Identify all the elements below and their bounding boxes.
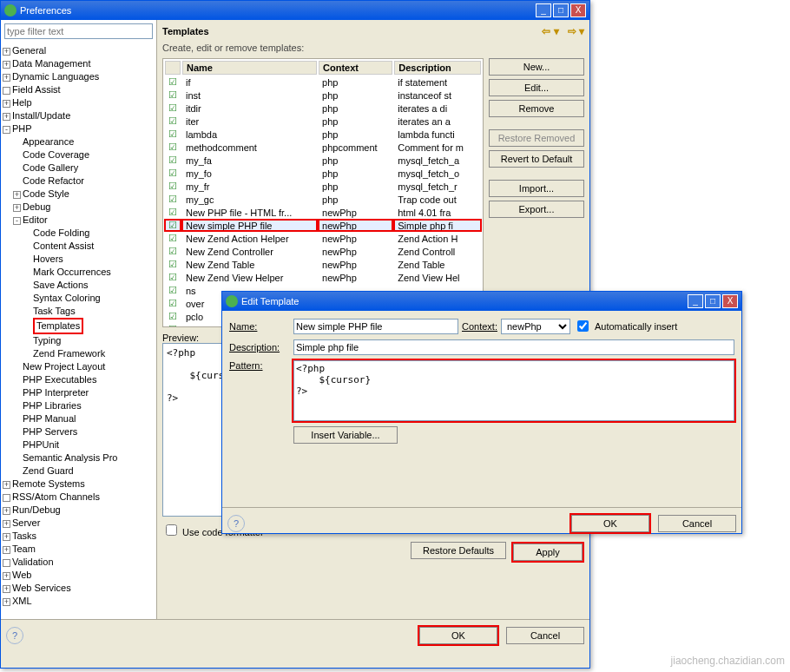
tree-node[interactable]: +Web xyxy=(1,569,156,582)
desc-input[interactable] xyxy=(293,339,734,355)
tree-node[interactable]: Zend Framework xyxy=(1,347,156,360)
pane-title: Templates xyxy=(162,26,209,36)
remove-button[interactable]: Remove xyxy=(489,100,584,117)
table-row[interactable]: ☑New Zend ControllernewPhpZend Controll xyxy=(165,246,481,257)
tree-node[interactable]: +Run/Debug xyxy=(1,504,156,517)
minimize-button[interactable]: _ xyxy=(688,294,703,308)
help-icon[interactable]: ? xyxy=(6,627,23,644)
dialog-cancel-button[interactable]: Cancel xyxy=(658,515,736,532)
tree-node[interactable]: Syntax Coloring xyxy=(1,292,156,305)
pattern-label: Pattern: xyxy=(229,360,290,371)
preferences-titlebar[interactable]: Preferences _ □ X xyxy=(1,1,589,20)
ok-button[interactable]: OK xyxy=(419,627,497,644)
import-button[interactable]: Import... xyxy=(489,180,584,197)
nav-arrows[interactable]: ⇦ ▾ ⇨ ▾ xyxy=(542,25,584,37)
tree-node[interactable]: PHP Manual xyxy=(1,412,156,425)
tree-node[interactable]: -Editor xyxy=(1,214,156,227)
apply-button[interactable]: Apply xyxy=(513,544,583,561)
tree-node[interactable]: +General xyxy=(1,44,156,57)
table-row[interactable]: ☑New PHP file - HTML fr...newPhphtml 4.0… xyxy=(165,207,481,218)
table-row[interactable]: ☑New Zend TablenewPhpZend Table xyxy=(165,259,481,270)
close-button[interactable]: X xyxy=(570,3,586,17)
tree-node[interactable]: +Help xyxy=(1,96,156,109)
tree-node[interactable]: Typing xyxy=(1,334,156,347)
table-row[interactable]: ☑New Zend Action HelpernewPhpZend Action… xyxy=(165,233,481,244)
filter-input[interactable] xyxy=(4,23,153,39)
minimize-button[interactable]: _ xyxy=(536,3,551,17)
revert-button[interactable]: Revert to Default xyxy=(489,150,584,168)
table-row[interactable]: ☑lambdaphplambda functi xyxy=(165,128,481,140)
new-button[interactable]: New... xyxy=(489,58,584,76)
tree-node[interactable]: +Debug xyxy=(1,201,156,214)
tree-node[interactable]: Content Assist xyxy=(1,240,156,253)
insert-variable-button[interactable]: Insert Variable... xyxy=(293,426,398,444)
table-row[interactable]: ☑my_gcphpTrap code out xyxy=(165,194,481,205)
tree-node[interactable]: +Team xyxy=(1,543,156,556)
tree-node[interactable]: Zend Guard xyxy=(1,464,156,478)
tree-node[interactable]: +Dynamic Languages xyxy=(1,70,156,83)
table-row[interactable]: ☑my_faphpmysql_fetch_a xyxy=(165,155,481,166)
tree-node[interactable]: +Server xyxy=(1,517,156,530)
tree-node[interactable]: +Web Services xyxy=(1,582,156,595)
tree-node[interactable]: Code Coverage xyxy=(1,148,156,161)
tree-node[interactable]: Appearance xyxy=(1,135,156,148)
tree-node[interactable]: +Tasks xyxy=(1,530,156,543)
tree-node[interactable]: Code Refactor xyxy=(1,175,156,188)
nav-tree[interactable]: +General+Data Management+Dynamic Languag… xyxy=(1,43,156,619)
tree-node[interactable]: Field Assist xyxy=(1,83,156,96)
tree-node[interactable]: +Remote Systems xyxy=(1,478,156,491)
cancel-button[interactable]: Cancel xyxy=(506,627,584,644)
table-row[interactable]: ☑my_fophpmysql_fetch_o xyxy=(165,168,481,179)
restore-defaults-button[interactable]: Restore Defaults xyxy=(411,542,506,559)
tree-node[interactable]: -PHP xyxy=(1,122,156,135)
help-icon[interactable]: ? xyxy=(227,515,245,532)
close-button[interactable]: X xyxy=(722,294,738,308)
table-row[interactable]: ☑methodcommentphpcommentComment for m xyxy=(165,142,481,153)
tree-node[interactable]: Semantic Analysis Pro xyxy=(1,451,156,464)
tree-node[interactable]: +XML xyxy=(1,595,156,608)
table-row[interactable]: ☑my_frphpmysql_fetch_r xyxy=(165,181,481,192)
table-row[interactable]: ☑iterphpiterates an a xyxy=(165,115,481,127)
tree-node[interactable]: +Install/Update xyxy=(1,109,156,122)
auto-insert-label: Automatically insert xyxy=(595,321,677,332)
tree-node[interactable]: +Code Style xyxy=(1,188,156,201)
desc-label: Description: xyxy=(229,342,290,352)
dialog-ok-button[interactable]: OK xyxy=(571,515,649,532)
tree-node[interactable]: PHP Servers xyxy=(1,425,156,438)
use-formatter-checkbox[interactable] xyxy=(166,524,177,536)
tree-node[interactable]: Validation xyxy=(1,556,156,569)
tree-node[interactable]: PHP Executables xyxy=(1,373,156,386)
tree-node[interactable]: Hovers xyxy=(1,253,156,266)
table-row[interactable]: ☑ifphpif statement xyxy=(165,76,481,88)
tree-node[interactable]: Code Folding xyxy=(1,227,156,240)
tree-node[interactable]: +Data Management xyxy=(1,57,156,70)
export-button[interactable]: Export... xyxy=(489,201,584,218)
context-select[interactable]: newPhp xyxy=(501,319,570,334)
preview-label: Preview: xyxy=(162,333,199,343)
restore-removed-button[interactable]: Restore Removed xyxy=(489,129,584,147)
tree-node[interactable]: New Project Layout xyxy=(1,360,156,373)
dialog-titlebar[interactable]: Edit Template _ □ X xyxy=(222,292,741,311)
tree-node[interactable]: PHP Interpreter xyxy=(1,386,156,399)
table-row[interactable]: ☑New Zend View HelpernewPhpZend View Hel xyxy=(165,272,481,283)
table-row[interactable]: ☑instphpinstanceof st xyxy=(165,89,481,101)
table-row[interactable]: ☑itdirphpiterates a di xyxy=(165,102,481,114)
pattern-input[interactable]: <?php ${cursor} ?> xyxy=(293,360,734,421)
tree-node[interactable]: PHPUnit xyxy=(1,438,156,451)
tree-node[interactable]: Task Tags xyxy=(1,305,156,318)
tree-node[interactable]: Mark Occurrences xyxy=(1,266,156,279)
name-input[interactable] xyxy=(293,319,458,334)
app-icon xyxy=(4,4,16,16)
maximize-button[interactable]: □ xyxy=(705,294,721,308)
maximize-button[interactable]: □ xyxy=(553,3,569,17)
auto-insert-checkbox[interactable] xyxy=(577,320,589,332)
templates-table[interactable]: NameContextDescription☑ifphpif statement… xyxy=(163,59,483,327)
tree-node[interactable]: Save Actions xyxy=(1,279,156,292)
edit-button[interactable]: Edit... xyxy=(489,79,584,96)
tree-node[interactable]: RSS/Atom Channels xyxy=(1,491,156,504)
table-row[interactable]: ☑New simple PHP filenewPhpSimple php fi xyxy=(165,220,481,231)
tree-node[interactable]: PHP Libraries xyxy=(1,399,156,412)
dialog-bottom-bar: ? OK Cancel xyxy=(222,507,741,539)
tree-node[interactable]: Code Gallery xyxy=(1,161,156,175)
tree-node[interactable]: Templates xyxy=(1,318,156,334)
